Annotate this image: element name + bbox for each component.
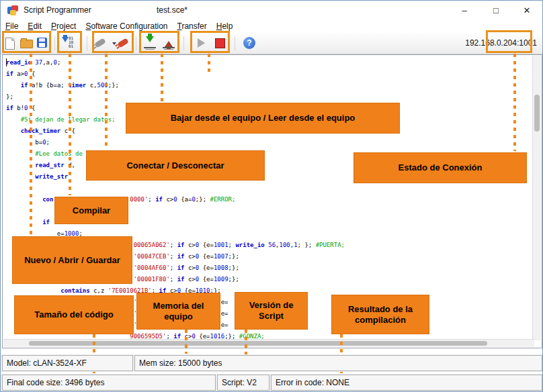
annotation-label: Compilar	[54, 197, 128, 224]
toolbar-highlight-box	[139, 31, 179, 53]
annotation-label: Tamaño del código	[14, 295, 134, 334]
app-window: Script Programmer test.sce* – □ ✕ FileEd…	[0, 0, 543, 392]
annotation-connector-line	[161, 54, 163, 101]
app-title: Script Programmer	[24, 5, 91, 15]
document-filename: test.sce*	[157, 5, 187, 15]
statusbar-panel: Error in code: NONE	[271, 375, 542, 391]
annotation-label: Conectar / Desconectar	[86, 150, 265, 181]
toolbar-separator	[183, 36, 184, 50]
annotation-label: Resultado de la compilación	[331, 295, 429, 334]
maximize-button[interactable]: □	[485, 3, 507, 19]
code-line: };	[6, 91, 345, 103]
toolbar-separator	[87, 36, 87, 50]
code-line: if a!b {b=a; timer c,500;};	[6, 80, 345, 91]
toolbar-highlight-box	[57, 31, 82, 53]
code-line: if a>0 {	[6, 68, 345, 80]
statusbar-panel: Script: V2	[217, 375, 269, 391]
horizontal-scrollbar[interactable]	[3, 339, 534, 347]
annotation-connector-line	[513, 54, 516, 151]
minimize-button[interactable]: –	[453, 3, 476, 19]
annotation-connector-line	[69, 54, 71, 195]
help-icon: ?	[243, 37, 255, 49]
annotation-label: Bajar desde el equipo / Leer desde el eq…	[126, 103, 400, 134]
annotation-label: Estado de Conexión	[353, 152, 527, 183]
statusbar-panel: Mem size: 15000 bytes	[134, 355, 542, 371]
statusbar-row: Final code size: 3496 bytesScript: V2Err…	[1, 374, 542, 391]
annotation-connector-line	[185, 330, 187, 354]
titlebar: Script Programmer test.sce* – □ ✕	[1, 1, 542, 21]
app-icon	[7, 5, 19, 16]
help-button[interactable]: ?	[241, 35, 257, 52]
close-button[interactable]: ✕	[515, 3, 538, 19]
toolbar-highlight-box	[486, 30, 532, 53]
annotation-label: Nuevo / Abrir / Guardar	[12, 236, 132, 284]
statusbar-panel: Final code size: 3496 bytes	[2, 375, 216, 391]
annotation-connector-line	[105, 54, 108, 149]
statusbar-row: Model: cLAN-3524-XFMem size: 15000 bytes	[1, 354, 542, 372]
code-line	[6, 183, 345, 194]
toolbar-separator	[54, 36, 55, 50]
toolbar-highlight-box	[92, 31, 134, 53]
toolbar-highlight-box	[190, 31, 230, 53]
annotation-connector-line	[30, 54, 32, 235]
toolbar-separator	[136, 36, 136, 50]
horizontal-scrollbar-thumb[interactable]	[29, 341, 487, 346]
code-line: read_io 37,a,0;	[6, 57, 345, 68]
toolbar-separator	[235, 36, 235, 50]
annotation-label: Memoria del equipo	[136, 293, 220, 330]
vertical-scrollbar[interactable]	[532, 56, 541, 340]
annotation-label: Versión de Script	[235, 292, 308, 330]
vertical-scrollbar-thumb[interactable]	[534, 95, 540, 132]
statusbar-panel: Model: cLAN-3524-XF	[2, 355, 133, 371]
toolbar-highlight-box	[2, 31, 51, 53]
code-line: b=0;	[6, 137, 345, 148]
annotation-connector-line	[208, 54, 210, 72]
